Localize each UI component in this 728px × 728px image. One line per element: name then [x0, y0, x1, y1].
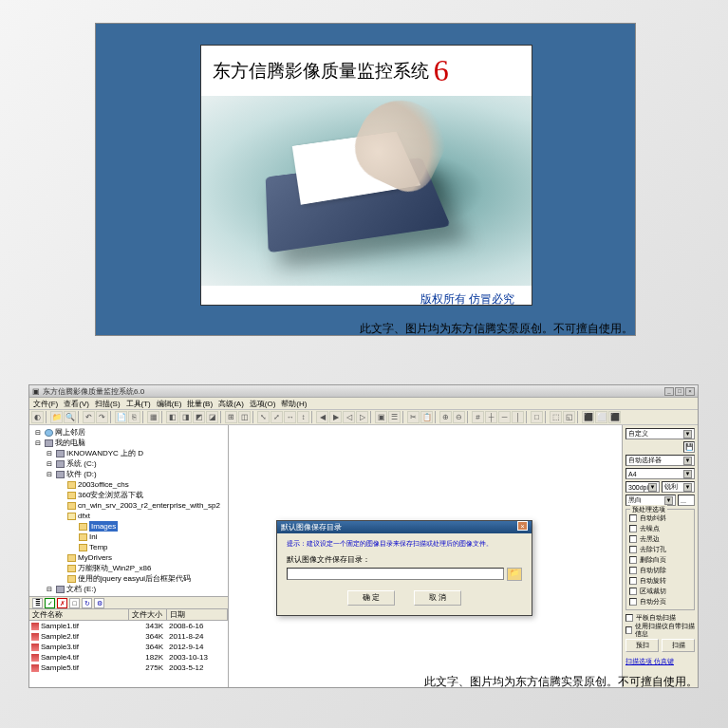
toolbar-button[interactable]: ◩ [193, 411, 205, 423]
toolbar-button[interactable]: ↕ [297, 411, 309, 423]
toolbar-button[interactable]: ◧ [166, 411, 178, 423]
file-row[interactable]: Sample1.tif343K2008-6-16 [29, 621, 228, 631]
toolbar-button[interactable]: ⬜ [595, 411, 607, 423]
toolbar-button[interactable]: ▦ [147, 411, 159, 423]
flatbed-check[interactable]: 平板自动扫描 [625, 612, 695, 623]
preprocess-check[interactable]: 自动分页 [629, 596, 691, 607]
preprocess-check[interactable]: 去黑边 [629, 533, 691, 544]
toolbar-button[interactable]: ◫ [238, 411, 251, 423]
toolbar-button[interactable]: ⤢ [271, 411, 283, 423]
toolbar-button[interactable]: ⬚ [550, 411, 562, 423]
file-list[interactable]: Sample1.tif343K2008-6-16Sample2.tif364K2… [29, 621, 228, 687]
menu-item[interactable]: 选项(O) [250, 399, 276, 409]
native-info-check[interactable]: 使用扫描仪自带扫描信息 [625, 625, 695, 635]
tree-node[interactable]: cn_win_srv_2003_r2_enterprise_with_sp2 [31, 500, 226, 511]
toolbar-button[interactable]: ─ [498, 411, 511, 423]
box-icon[interactable]: □ [69, 598, 80, 608]
scan-options-link[interactable]: 扫描选项 仿真键 [625, 657, 695, 666]
menu-item[interactable]: 工具(T) [126, 399, 151, 409]
settings-icon[interactable]: ⚙ [94, 598, 104, 608]
menu-item[interactable]: 文件(F) [33, 399, 58, 409]
preprocess-check[interactable]: 区域裁切 [629, 586, 691, 596]
file-row[interactable]: Sample5.tif275K2003-5-12 [29, 663, 228, 673]
toolbar-button[interactable]: 🔍 [64, 411, 76, 423]
toolbar-button[interactable]: □ [531, 411, 543, 423]
file-row[interactable]: Sample4.tif182K2003-10-13 [29, 652, 228, 663]
toolbar-button[interactable]: │ [512, 411, 524, 423]
preset-select[interactable]: 自定义▼ [625, 428, 695, 439]
toolbar-button[interactable]: ☰ [388, 411, 401, 423]
tree-node[interactable]: ⊟软件 (D:) [31, 469, 226, 479]
preprocess-check[interactable]: 自动切除 [629, 565, 691, 575]
toolbar-button[interactable]: ▣ [375, 411, 387, 423]
toolbar-button[interactable]: ◀ [316, 411, 328, 423]
col-filesize[interactable]: 文件大小 [129, 609, 167, 620]
menu-item[interactable]: 查看(V) [64, 399, 89, 409]
toolbar-button[interactable]: ⊖ [453, 411, 465, 423]
scanner-select[interactable]: 自动选择器▼ [625, 455, 695, 466]
toolbar-button[interactable]: ▷ [356, 411, 368, 423]
toolbar-button[interactable]: ◁ [343, 411, 355, 423]
toolbar-button[interactable]: ◨ [179, 411, 192, 423]
maximize-button[interactable]: □ [675, 387, 684, 396]
col-date[interactable]: 日期 [167, 609, 228, 620]
toolbar-button[interactable]: 📁 [50, 411, 63, 423]
scan-button[interactable]: 扫描 [662, 639, 695, 652]
toolbar-button[interactable]: ⊕ [439, 411, 452, 423]
toolbar-button[interactable]: ⎘ [128, 411, 140, 423]
toolbar-button[interactable]: ⤡ [257, 411, 270, 423]
col-filename[interactable]: 文件名称 [29, 609, 129, 620]
menu-item[interactable]: 编辑(E) [157, 399, 182, 409]
browse-button[interactable]: 📁 [507, 568, 522, 581]
save-preset-icon[interactable]: 💾 [683, 441, 695, 453]
tree-node[interactable]: ⊟文档 (E:) [31, 584, 226, 594]
scan-icon[interactable]: ≣ [32, 598, 43, 608]
toolbar-button[interactable]: ⬛ [582, 411, 594, 423]
dpi-select[interactable]: 300dpi▼ [625, 481, 660, 493]
file-row[interactable]: Sample3.tif364K2012-9-14 [29, 642, 228, 652]
tree-node[interactable]: 2003office_chs [31, 479, 226, 490]
tree-node[interactable]: Images [31, 521, 226, 532]
paper-select[interactable]: A4▼ [625, 468, 695, 479]
preview-scan-button[interactable]: 预扫 [625, 639, 659, 652]
toolbar-button[interactable]: ┼ [485, 411, 497, 423]
sharp-select[interactable]: 锐利▼ [662, 481, 695, 493]
ok-button[interactable]: 确 定 [347, 590, 395, 606]
folder-tree[interactable]: ⊟网上邻居⊟我的电脑⊟IKNOWANDYC 上的 D⊟系统 (C:)⊟软件 (D… [29, 425, 228, 596]
toolbar-button[interactable]: ◐ [31, 411, 44, 423]
toolbar-button[interactable]: ⬛ [608, 411, 621, 423]
tree-node[interactable]: ⊟网上邻居 [31, 427, 226, 438]
menu-item[interactable]: 高级(A) [218, 399, 244, 409]
toolbar-button[interactable]: ✂ [407, 411, 420, 423]
add-icon[interactable]: ✓ [45, 598, 55, 608]
tree-node[interactable]: MyDrivers [31, 552, 226, 563]
more-button[interactable]: ... [678, 495, 695, 506]
toolbar-button[interactable]: ↷ [96, 411, 108, 423]
tree-node[interactable]: ⊟IKNOWANDYC 上的 D [31, 448, 226, 458]
toolbar-button[interactable]: # [472, 411, 484, 423]
cancel-button[interactable]: 取 消 [414, 590, 461, 606]
menu-item[interactable]: 扫描(S) [95, 399, 121, 409]
toolbar-button[interactable]: ▶ [329, 411, 342, 423]
toolbar-button[interactable]: 📋 [420, 411, 433, 423]
menu-item[interactable]: 批量(B) [187, 399, 213, 409]
tree-node[interactable]: ⊟我的电脑 [31, 438, 226, 448]
tree-node[interactable]: 万能驱动_Win2P_x86 [31, 563, 226, 573]
toolbar-button[interactable]: ◱ [563, 411, 575, 423]
tree-node[interactable]: 360安全浏览器下载 [31, 490, 226, 500]
delete-icon[interactable]: ✗ [57, 598, 67, 608]
menu-item[interactable]: 帮助(H) [281, 399, 307, 409]
save-path-input[interactable] [287, 568, 504, 580]
close-button[interactable]: × [685, 387, 695, 396]
tree-node[interactable]: Ini [31, 532, 226, 542]
preprocess-check[interactable]: 去噪点 [629, 523, 691, 533]
toolbar-button[interactable]: ↔ [284, 411, 296, 423]
preprocess-check[interactable]: 删除白页 [629, 554, 691, 565]
toolbar-button[interactable]: ◪ [206, 411, 218, 423]
tree-node[interactable]: Temp [31, 542, 226, 552]
toolbar-button[interactable]: ↶ [83, 411, 95, 423]
file-row[interactable]: Sample2.tif364K2011-8-24 [29, 631, 228, 642]
dialog-close-button[interactable]: × [517, 521, 528, 531]
refresh-icon[interactable]: ↻ [82, 598, 92, 608]
tree-node[interactable]: ⊟系统 (C:) [31, 458, 226, 469]
